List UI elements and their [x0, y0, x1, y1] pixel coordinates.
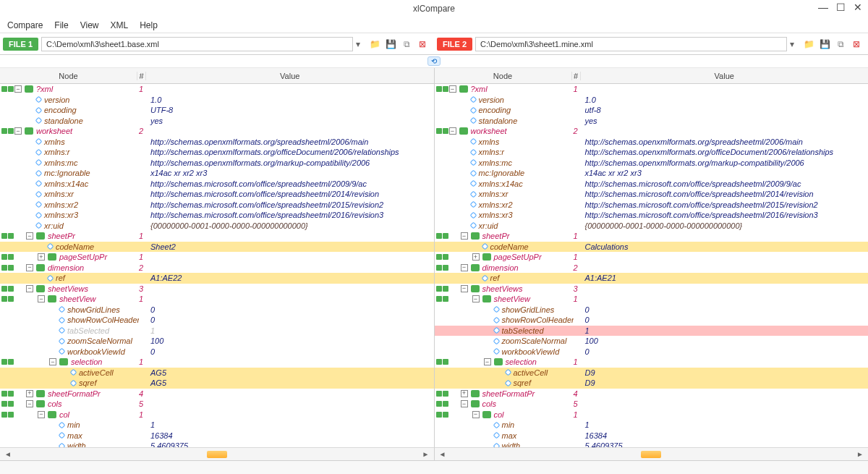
- collapse-icon[interactable]: −: [461, 232, 468, 240]
- tree-row[interactable]: showRowColHeaders0: [0, 315, 434, 326]
- file2-dropdown-icon[interactable]: ▾: [787, 39, 797, 49]
- tree-row[interactable]: encodingutf-8: [435, 105, 869, 116]
- tree-row[interactable]: xr:uid{00000000-0001-0000-0000-000000000…: [0, 221, 434, 232]
- collapse-icon[interactable]: −: [26, 400, 33, 407]
- col-node[interactable]: Node: [435, 72, 572, 80]
- tree-row[interactable]: −sheetView1: [435, 294, 869, 305]
- tree-row[interactable]: min1: [435, 420, 869, 431]
- tree-row[interactable]: xmlns:rhttp://schemas.openxmlformats.org…: [0, 147, 434, 158]
- tree-row[interactable]: −cols5: [435, 399, 869, 410]
- col-value[interactable]: Value: [581, 72, 869, 80]
- tree-row[interactable]: max16384: [435, 431, 869, 441]
- tree-row[interactable]: zoomScaleNormal100: [0, 336, 434, 347]
- tree-row[interactable]: xmlns:xr3http://schemas.microsoft.com/of…: [435, 210, 869, 221]
- tree-row[interactable]: +sheetFormatPr4: [435, 389, 869, 399]
- collapse-icon[interactable]: −: [26, 232, 33, 240]
- tree-row[interactable]: width5.4609375: [0, 441, 434, 447]
- tree-row[interactable]: +sheetFormatPr4: [0, 389, 434, 399]
- col-num[interactable]: #: [572, 72, 581, 80]
- copy-icon[interactable]: ⧉: [401, 38, 412, 50]
- tree-row[interactable]: −sheetViews3: [435, 284, 869, 295]
- tree-row[interactable]: xmlns:x14achttp://schemas.microsoft.com/…: [0, 179, 434, 190]
- left-hscroll[interactable]: ◄ ►: [0, 447, 434, 460]
- close-icon[interactable]: ✕: [852, 1, 864, 13]
- scroll-left-icon[interactable]: ◄: [439, 450, 446, 458]
- close-file-icon[interactable]: ⊠: [851, 38, 862, 50]
- save-icon[interactable]: 💾: [819, 38, 830, 50]
- tree-row[interactable]: xmlns:xrhttp://schemas.microsoft.com/off…: [0, 189, 434, 200]
- file1-path-input[interactable]: [41, 37, 353, 51]
- tree-row[interactable]: activeCellAG5: [0, 368, 434, 378]
- tree-row[interactable]: +pageSetUpPr1: [435, 252, 869, 263]
- menu-file[interactable]: File: [54, 20, 68, 30]
- tree-row[interactable]: tabSelected1: [0, 326, 434, 337]
- scroll-right-icon[interactable]: ►: [856, 450, 864, 458]
- close-file-icon[interactable]: ⊠: [417, 38, 428, 50]
- tree-row[interactable]: −sheetPr1: [435, 231, 869, 242]
- scroll-right-icon[interactable]: ►: [422, 450, 430, 458]
- tree-row[interactable]: zoomScaleNormal100: [435, 336, 869, 347]
- expand-icon[interactable]: +: [472, 253, 480, 261]
- right-tree[interactable]: −?xml1version1.0encodingutf-8standaloney…: [435, 84, 869, 447]
- tree-row[interactable]: −cols5: [0, 399, 434, 410]
- tree-row[interactable]: +pageSetUpPr1: [0, 252, 434, 263]
- copy-icon[interactable]: ⧉: [835, 38, 846, 50]
- tree-row[interactable]: −sheetView1: [0, 294, 434, 305]
- collapse-icon[interactable]: −: [449, 85, 456, 93]
- collapse-icon[interactable]: −: [472, 411, 480, 418]
- tree-row[interactable]: codeNameSheet2: [0, 242, 434, 253]
- tree-row[interactable]: −?xml1: [0, 84, 434, 95]
- tree-row[interactable]: −col1: [435, 410, 869, 420]
- sync-scroll-icon[interactable]: ⟲: [427, 56, 441, 66]
- col-num[interactable]: #: [137, 72, 146, 80]
- col-node[interactable]: Node: [0, 72, 137, 80]
- collapse-icon[interactable]: −: [484, 358, 491, 365]
- tree-row[interactable]: −sheetViews3: [0, 284, 434, 295]
- tree-row[interactable]: min1: [0, 420, 434, 431]
- collapse-icon[interactable]: −: [14, 85, 22, 93]
- tree-row[interactable]: −sheetPr1: [0, 231, 434, 242]
- maximize-icon[interactable]: ☐: [835, 1, 846, 13]
- tree-row[interactable]: sqrefAG5: [0, 378, 434, 389]
- tree-row[interactable]: max16384: [0, 431, 434, 441]
- tree-row[interactable]: mc:Ignorablex14ac xr xr2 xr3: [0, 168, 434, 179]
- tree-row[interactable]: −?xml1: [435, 84, 869, 95]
- right-hscroll[interactable]: ◄ ►: [435, 447, 869, 460]
- tree-row[interactable]: encodingUTF-8: [0, 105, 434, 116]
- tree-row[interactable]: showGridLines0: [435, 305, 869, 316]
- expand-icon[interactable]: +: [38, 253, 45, 261]
- open-folder-icon[interactable]: 📁: [369, 38, 380, 50]
- collapse-icon[interactable]: −: [38, 295, 45, 302]
- tree-row[interactable]: codeNameCalculations: [435, 242, 869, 253]
- tree-row[interactable]: xmlns:xrhttp://schemas.microsoft.com/off…: [435, 189, 869, 200]
- scroll-left-icon[interactable]: ◄: [4, 450, 12, 458]
- minimize-icon[interactable]: —: [817, 1, 829, 13]
- collapse-icon[interactable]: −: [49, 358, 56, 365]
- collapse-icon[interactable]: −: [461, 285, 468, 292]
- tree-row[interactable]: sqrefD9: [435, 378, 869, 389]
- collapse-icon[interactable]: −: [449, 127, 456, 135]
- tree-row[interactable]: standaloneyes: [0, 116, 434, 127]
- tree-row[interactable]: xmlnshttp://schemas.openxmlformats.org/s…: [0, 137, 434, 148]
- tree-row[interactable]: tabSelected1: [435, 326, 869, 337]
- tree-row[interactable]: xmlns:xr3http://schemas.microsoft.com/of…: [0, 210, 434, 221]
- tree-row[interactable]: version1.0: [0, 95, 434, 106]
- menu-compare[interactable]: Compare: [7, 20, 43, 30]
- tree-row[interactable]: xmlns:x14achttp://schemas.microsoft.com/…: [435, 179, 869, 190]
- tree-row[interactable]: workbookViewId0: [435, 347, 869, 357]
- collapse-icon[interactable]: −: [26, 285, 33, 292]
- tree-row[interactable]: xmlns:mchttp://schemas.openxmlformats.or…: [435, 158, 869, 169]
- tree-row[interactable]: showRowColHeaders0: [435, 315, 869, 326]
- tree-row[interactable]: standaloneyes: [435, 116, 869, 127]
- menu-help[interactable]: Help: [140, 20, 158, 30]
- collapse-icon[interactable]: −: [461, 264, 468, 271]
- tree-row[interactable]: version1.0: [435, 95, 869, 106]
- tree-row[interactable]: workbookViewId0: [0, 347, 434, 357]
- scroll-thumb[interactable]: [207, 451, 227, 458]
- tree-row[interactable]: refA1:AE21: [435, 273, 869, 284]
- collapse-icon[interactable]: −: [14, 127, 22, 135]
- tree-row[interactable]: activeCellD9: [435, 368, 869, 378]
- tree-row[interactable]: xmlns:mchttp://schemas.openxmlformats.or…: [0, 158, 434, 169]
- tree-row[interactable]: xmlnshttp://schemas.openxmlformats.org/s…: [435, 137, 869, 148]
- collapse-icon[interactable]: −: [472, 295, 480, 302]
